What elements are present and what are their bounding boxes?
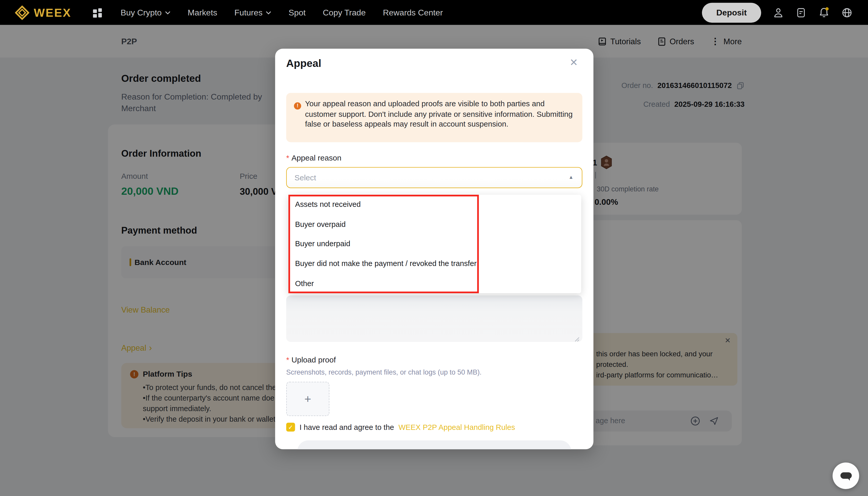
upload-proof-button[interactable]: +	[286, 382, 330, 416]
brand-logo[interactable]: WEEX	[15, 5, 71, 19]
support-chat-fab[interactable]	[833, 463, 859, 489]
nav-label: Buy Crypto	[120, 8, 162, 17]
agree-checkbox[interactable]: ✓	[286, 423, 295, 431]
caret-up-icon: ▲	[569, 174, 574, 180]
appeal-reason-label-row: *Appeal reason	[286, 153, 341, 162]
chat-bubble-icon	[837, 467, 855, 485]
page: WEEX Buy Crypto Markets Futures Spot Cop…	[0, 0, 868, 496]
appeal-reason-dropdown: Assets not received Buyer overpaid Buyer…	[288, 195, 581, 293]
brand-name: WEEX	[34, 6, 71, 19]
modal-title: Appeal	[286, 58, 321, 70]
resize-handle-icon[interactable]	[574, 334, 580, 344]
weex-logo-icon	[15, 5, 29, 19]
nav-item-copy-trade[interactable]: Copy Trade	[323, 8, 366, 17]
support-chat-icon[interactable]	[795, 7, 806, 18]
bell-icon[interactable]	[818, 7, 829, 18]
nav-item-markets[interactable]: Markets	[188, 8, 217, 17]
required-asterisk: *	[286, 153, 289, 162]
info-icon: !	[294, 103, 301, 110]
nav-links: Buy Crypto Markets Futures Spot Copy Tra…	[120, 8, 443, 17]
nav-item-rewards-center[interactable]: Rewards Center	[383, 8, 443, 17]
nav-item-buy-crypto[interactable]: Buy Crypto	[120, 8, 170, 17]
user-icon[interactable]	[773, 7, 784, 18]
deposit-button[interactable]: Deposit	[702, 3, 761, 22]
chevron-down-icon	[165, 11, 171, 14]
nav-label: Spot	[289, 8, 306, 17]
submit-button[interactable]	[297, 440, 572, 449]
dropdown-option[interactable]: Assets not received	[288, 195, 581, 215]
select-placeholder: Select	[294, 173, 316, 182]
upload-proof-label-row: *Upload proof	[286, 355, 336, 364]
appeal-rules-link[interactable]: WEEX P2P Appeal Handling Rules	[398, 423, 515, 431]
notification-dot	[825, 7, 828, 11]
appeal-modal: Appeal ✕ ! Your appeal reason and upload…	[275, 49, 594, 449]
nav-item-spot[interactable]: Spot	[289, 8, 306, 17]
dropdown-option[interactable]: Other	[288, 274, 581, 293]
nav-right: Deposit	[702, 3, 868, 22]
upload-proof-hint: Screenshots, records, payment files, or …	[286, 368, 482, 376]
appeal-description-textarea[interactable]	[286, 295, 582, 342]
dropdown-option[interactable]: Buyer underpaid	[288, 234, 581, 254]
required-asterisk: *	[286, 355, 289, 364]
nav-label: Futures	[234, 8, 262, 17]
nav-label: Rewards Center	[383, 8, 443, 17]
globe-icon[interactable]	[841, 7, 853, 18]
appeal-warning-text: Your appeal reason and uploaded proofs a…	[305, 99, 574, 130]
apps-grid-icon[interactable]	[92, 7, 103, 17]
upload-proof-label: Upload proof	[291, 355, 336, 364]
navbar: WEEX Buy Crypto Markets Futures Spot Cop…	[0, 0, 868, 25]
nav-label: Copy Trade	[323, 8, 366, 17]
nav-label: Markets	[188, 8, 217, 17]
agree-text: I have read and agree to the	[299, 423, 394, 431]
appeal-reason-select[interactable]: Select ▲	[286, 167, 582, 188]
appeal-warning-box: ! Your appeal reason and uploaded proofs…	[286, 93, 582, 142]
chevron-down-icon	[266, 11, 272, 14]
agreement-row: ✓ I have read and agree to the WEEX P2P …	[286, 423, 515, 431]
close-icon[interactable]: ✕	[570, 56, 578, 68]
nav-item-futures[interactable]: Futures	[234, 8, 272, 17]
dropdown-option[interactable]: Buyer overpaid	[288, 215, 581, 234]
appeal-reason-label: Appeal reason	[291, 153, 341, 162]
plus-icon: +	[304, 392, 311, 406]
dropdown-option[interactable]: Buyer did not make the payment / revoked…	[288, 254, 581, 274]
